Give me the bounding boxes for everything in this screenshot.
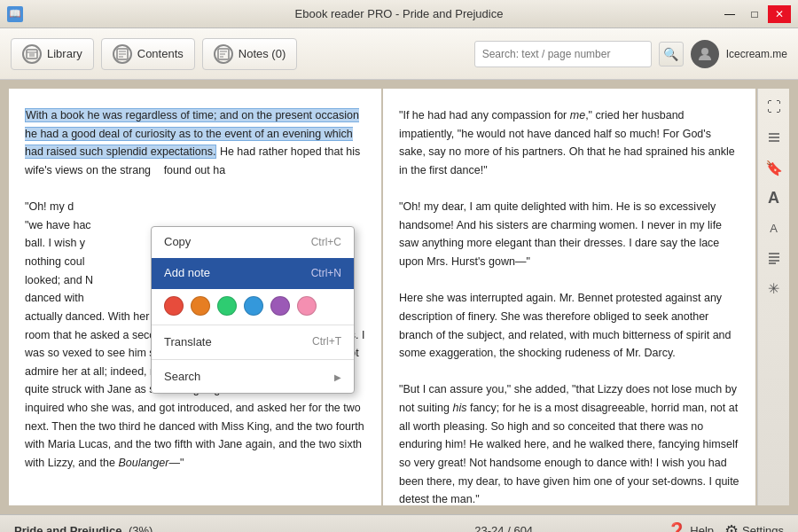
right-page: "If he had had any compassion for me," c… — [383, 89, 755, 505]
settings-icon: ⚙ — [724, 521, 739, 533]
search-menu-item[interactable]: Search ▶ — [152, 362, 354, 393]
close-button[interactable]: ✕ — [768, 5, 791, 23]
menu-divider-1 — [152, 325, 354, 325]
asterisk-icon[interactable]: ✳ — [763, 277, 786, 300]
notes-icon — [214, 44, 233, 64]
fullscreen-icon[interactable]: ⛶ — [763, 96, 786, 119]
right-sidebar: ⛶ 🔖 A A ✳ — [757, 89, 789, 505]
status-bar: Pride and Prejudice (3%) 23-24 / 604 ❓ H… — [0, 514, 798, 532]
color-dot-red[interactable] — [164, 296, 184, 316]
bookmark-icon[interactable]: 🔖 — [763, 156, 786, 179]
window-controls: — □ ✕ — [718, 5, 791, 23]
submenu-arrow-icon: ▶ — [334, 371, 341, 385]
contents-icon — [113, 44, 132, 64]
book-percent: (3%) — [129, 524, 153, 532]
copy-menu-item[interactable]: Copy Ctrl+C — [152, 227, 354, 258]
add-note-shortcut: Ctrl+N — [311, 265, 341, 282]
main-area: With a book he was regardless of time; a… — [0, 80, 798, 514]
current-pages: 23-24 — [474, 524, 504, 532]
status-right: ❓ Help ⚙ Settings — [667, 521, 784, 533]
color-dot-pink[interactable] — [297, 296, 317, 316]
library-label: Library — [47, 47, 82, 60]
translate-label: Translate — [164, 333, 212, 352]
toc-icon[interactable] — [763, 126, 786, 149]
align-icon[interactable] — [763, 246, 786, 270]
color-dots-row — [152, 289, 354, 323]
search-input[interactable] — [474, 41, 652, 67]
window-title: Ebook reader PRO - Pride and Prejudice — [295, 7, 504, 20]
notes-label: Notes (0) — [239, 47, 286, 60]
help-icon: ❓ — [667, 521, 686, 533]
book-container: With a book he was regardless of time; a… — [0, 80, 798, 514]
user-avatar — [691, 40, 719, 68]
color-dot-purple[interactable] — [270, 296, 290, 316]
minimize-button[interactable]: — — [718, 5, 741, 23]
font-small-icon[interactable]: A — [763, 216, 786, 239]
settings-button[interactable]: ⚙ Settings — [724, 521, 784, 533]
toolbar: Library Contents Notes (0) 🔍 Icecream.me — [0, 28, 798, 80]
notes-button[interactable]: Notes (0) — [202, 38, 297, 70]
color-dot-orange[interactable] — [191, 296, 210, 316]
title-bar: 📖 Ebook reader PRO - Pride and Prejudice… — [0, 0, 798, 28]
selected-text: With a book he was regardless of time; a… — [25, 108, 359, 159]
add-note-menu-item[interactable]: Add note Ctrl+N — [152, 258, 354, 289]
book-title-text: Pride and Prejudice — [14, 524, 121, 532]
contents-button[interactable]: Contents — [101, 38, 195, 70]
left-page: With a book he was regardless of time; a… — [9, 89, 381, 505]
contents-label: Contents — [137, 47, 184, 60]
color-dot-blue[interactable] — [244, 296, 263, 316]
svg-point-12 — [701, 48, 708, 55]
menu-divider-2 — [152, 359, 354, 360]
search-button[interactable]: 🔍 — [659, 42, 684, 66]
library-button[interactable]: Library — [11, 38, 94, 70]
translate-shortcut: Ctrl+T — [312, 333, 341, 350]
add-note-label: Add note — [164, 264, 210, 283]
username-label: Icecream.me — [726, 48, 787, 60]
right-page-text: "If he had had any compassion for me," c… — [399, 106, 739, 505]
book-title: Pride and Prejudice (3%) — [14, 524, 340, 532]
search-bar: 🔍 Icecream.me — [474, 40, 787, 68]
settings-label: Settings — [742, 524, 784, 532]
total-pages: 604 — [513, 524, 533, 532]
app-icon: 📖 — [7, 6, 23, 22]
color-dot-green[interactable] — [217, 296, 237, 316]
search-label: Search — [164, 368, 200, 387]
maximize-button[interactable]: □ — [743, 5, 766, 23]
help-button[interactable]: ❓ Help — [667, 521, 714, 533]
page-indicator: 23-24 / 604 — [340, 524, 667, 532]
copy-shortcut: Ctrl+C — [311, 234, 341, 251]
font-large-icon[interactable]: A — [763, 186, 786, 209]
library-icon — [22, 44, 42, 64]
context-menu: Copy Ctrl+C Add note Ctrl+N Tra — [151, 226, 355, 394]
help-label: Help — [690, 524, 714, 532]
copy-label: Copy — [164, 233, 191, 252]
translate-menu-item[interactable]: Translate Ctrl+T — [152, 327, 354, 358]
